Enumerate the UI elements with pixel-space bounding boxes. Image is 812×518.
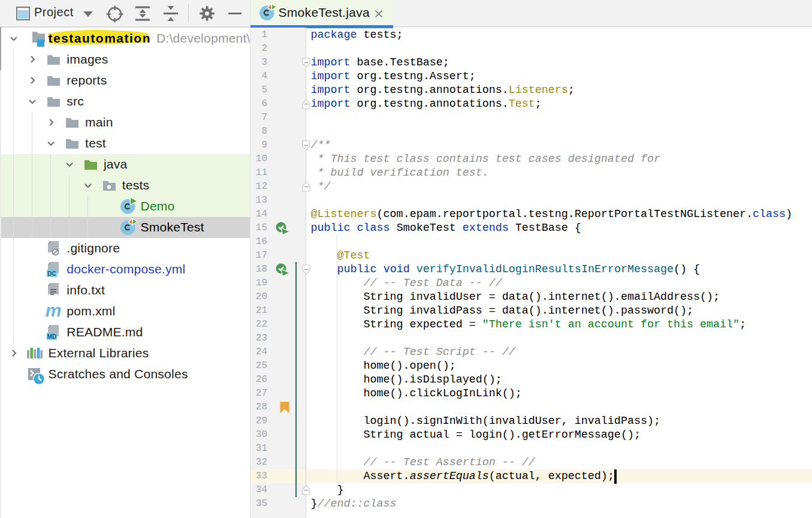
svg-text:MD: MD (47, 333, 57, 339)
svg-text:DC: DC (47, 270, 56, 276)
